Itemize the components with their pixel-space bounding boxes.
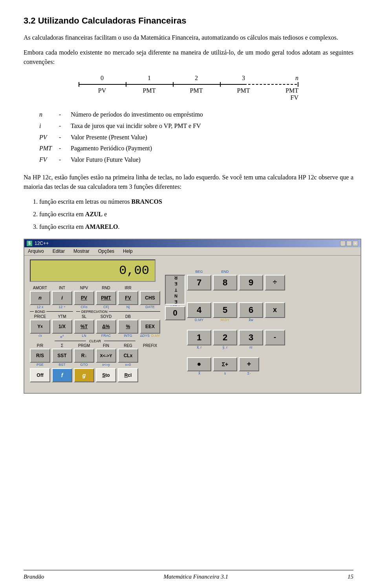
calc-row-2: Yx √x 1/X ex %T LN [30,320,160,339]
numpad-row-0dot: ● x̄ Σ+ s + Σ- [187,352,285,376]
key-5[interactable]: 5 M.DY [213,297,237,323]
key-multiply[interactable]: x [265,297,285,323]
key-8[interactable]: END 8 [213,270,237,296]
depreciation-label: DEPRECIATION [80,310,109,314]
key-enter[interactable]: ENTER LST x [165,275,185,310]
key-4[interactable]: 4 D.MY [187,297,211,323]
key-1x[interactable]: 1/X ex [52,320,72,339]
key-rs[interactable]: R/S PSE [30,349,50,367]
calc-menubar: Arquivo Editar Mostrar Opções Help [24,247,361,256]
minimize-button[interactable]: _ [340,241,346,246]
list-item-3: função escrita em AMARELO. [39,222,353,232]
bond-bracket: BOND [30,310,73,314]
key-sst[interactable]: SST BST [52,349,72,367]
key-3[interactable]: 3 n! [239,325,263,351]
tl-lbl-pv: PV [79,87,126,101]
numpad-grid: BEG 7 END 8 9 [187,270,285,376]
timeline-diagram: 0 1 2 3 n PV [79,75,298,101]
key-pct[interactable]: %T LN [74,320,94,339]
key-dot[interactable]: ● x̄ [187,352,211,376]
key-chs[interactable]: CHS DATE [140,291,160,309]
numpad-row-456: 4 D.MY 5 M.DY 6 x̄w [187,297,285,323]
tl-num-n: n [267,75,298,82]
key-divide[interactable]: ÷ [265,270,285,296]
key-clx[interactable]: CLx x=0 [118,349,138,367]
func-label-npv: NPV [74,286,94,290]
key-pmt[interactable]: PMT CFj [96,291,116,309]
titlebar-buttons: _ □ × [340,241,358,246]
def-i: i - Taxa de juros que vai incidir sobre … [39,121,353,132]
menu-opcoes[interactable]: Opções [97,248,115,254]
func-label-pr: P/R [30,343,50,348]
def-n: n - Número de períodos do investimento o… [39,109,353,121]
definitions-table: n - Número de períodos do investimento o… [39,109,353,166]
maximize-button[interactable]: □ [346,241,352,246]
func-label-sigma: Σ [52,343,72,348]
key-pct2[interactable]: % INTG [118,320,138,339]
key-off[interactable]: Off [30,368,50,387]
tl-lbl-pmt3: PMT [220,87,267,101]
key-7[interactable]: BEG 7 [187,270,211,296]
tl-num-3: 3 [220,75,267,82]
page-footer: Brandão Matemática Financeira 3.1 15 [24,570,353,580]
menu-help[interactable]: Help [122,248,134,254]
list-item-1: função escrita em letras ou números BRAN… [39,197,353,206]
key-f[interactable]: f [52,368,72,387]
key-rdown[interactable]: R↓ GTO [74,349,94,367]
key-eex[interactable]: EEX ΔDYS D.MY [140,320,160,339]
tl-num-2: 2 [173,75,220,82]
function-list: função escrita em letras ou números BRAN… [39,197,353,232]
func-label-prgm: PRGM [74,343,94,348]
window-title: 12C++ [35,241,49,246]
close-button[interactable]: × [353,241,358,246]
key-plus[interactable]: + Σ- [239,352,259,376]
numpad-row-789: BEG 7 END 8 9 [187,270,285,296]
tl-num-1: 1 [126,75,173,82]
key-sigmaplus[interactable]: Σ+ s [213,352,237,376]
func-label-ytm: YTM [52,314,72,319]
timeline-numbers: 0 1 2 3 n [79,75,298,82]
footer-right: 15 [348,573,353,580]
tl-lbl-pmt2: PMT [173,87,220,101]
key-yx[interactable]: Yx √x [30,320,50,339]
def-pmt: PMT - Pagamento Periódico (Payment) [39,143,353,154]
tl-lbl-pmt1: PMT [126,87,173,101]
tl-num-0: 0 [79,75,126,82]
key-minus[interactable]: - [265,325,285,351]
func-label-rnd: RND [96,286,116,290]
bracket-row: BOND DEPRECIATION [30,310,160,314]
calc-numpad: ENTER LST x 0 [165,270,285,376]
tl-lbl-last: PMT FV [267,87,298,101]
key-1[interactable]: 1 x̂, r [187,325,211,351]
key-delta-pct[interactable]: Δ% FRAC [96,320,116,339]
key-n[interactable]: n 12 x [30,291,50,309]
calc-row-1: n 12 x i 12 ÷ PV CFo PMT [30,291,160,309]
page-title: 3.2 Utilizando Calculadoras Financeiras [24,16,353,26]
list-item-2: função escrita em AZUL e [39,210,353,219]
func-label-fin: FIN [96,343,116,348]
clear-section: CLEAR [30,339,160,343]
func-label-prefix: PREFIX [140,343,160,348]
key-0[interactable]: 0 [165,306,185,325]
func-label-amort: AMORT [30,286,50,290]
app-icon: $ [27,241,32,246]
timeline-labels: PV PMT PMT PMT PMT FV [79,87,298,101]
key-g[interactable]: g [74,368,94,387]
key-6[interactable]: 6 x̄w [239,297,263,323]
key-9[interactable]: 9 [239,270,263,296]
func-label-int: INT [52,286,72,290]
key-sto[interactable]: Sto [96,368,116,387]
paragraph-1: As calculadoras financeiras facilitam o … [24,33,353,42]
key-xchgy[interactable]: X<->Y x<=y [96,349,116,367]
menu-mostrar[interactable]: Mostrar [72,248,91,254]
menu-editar[interactable]: Editar [51,248,66,254]
key-rcl[interactable]: Rcl [118,368,138,387]
key-pv[interactable]: PV CFo [74,291,94,309]
timeline-line [79,82,298,87]
key-2[interactable]: 2 ŷ, r [213,325,237,351]
footer-center: Matemática Financeira 3.1 [163,573,228,580]
key-i[interactable]: i 12 ÷ [52,291,72,309]
menu-arquivo[interactable]: Arquivo [27,248,45,254]
key-fv[interactable]: FV Nj [118,291,138,309]
func-label-sl: SL [74,314,94,319]
